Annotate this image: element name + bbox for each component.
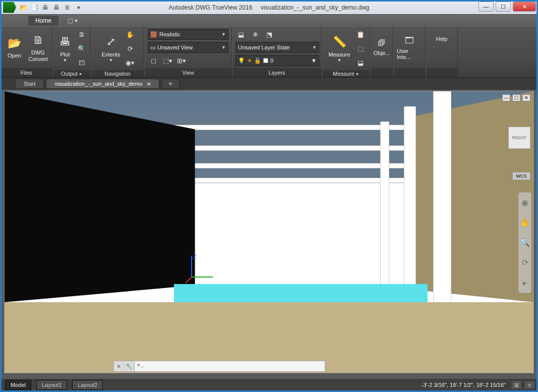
qat-dropdown-icon[interactable]: ▾ [75,4,83,12]
orbit-button[interactable]: ⟳ [125,43,136,54]
list-button[interactable]: 📋 [355,29,366,40]
panel-measure-label[interactable]: Measure▸ [322,70,370,77]
nav-orbit-icon[interactable]: ⟳ [522,258,528,267]
vp-minimize-button[interactable]: — [502,94,510,101]
nav-showmotion-icon[interactable]: ▸ [523,278,527,288]
plot-label: Plot [61,51,70,58]
panel-user-interface[interactable]: 🗔 User Inte... [393,27,426,77]
extents-button[interactable]: ⤢ Extents ▼ [99,31,123,66]
plot-button[interactable]: 🖶 Plot ▼ [56,31,74,66]
chevron-down-icon: ▼ [337,58,341,63]
layer-isolate-button[interactable]: ⬔ [264,29,275,40]
tab-layout2[interactable]: Layout2 [72,380,103,390]
visual-style-value: Realistic [159,31,181,37]
plot-preview-button[interactable]: 🔍 [76,43,87,54]
status-customize-button[interactable]: ≡ [524,380,535,389]
nav-pan-icon[interactable]: ✋ [520,218,530,228]
folder-open-icon: 📂 [7,35,23,51]
chevron-down-icon: ▼ [221,32,226,37]
tab-layout1[interactable]: Layout1 [36,380,67,390]
vp-close-button[interactable]: ✕ [522,94,530,101]
steering-wheel-button[interactable]: ◉▾ [125,57,136,68]
window-controls: — ☐ ✕ [476,2,536,12]
saved-view-value: Unsaved View [157,44,193,50]
measure-button[interactable]: 📏 Measure ▼ [326,31,353,66]
app-logo[interactable] [3,2,16,13]
tab-home[interactable]: Home [28,16,58,26]
maximize-button[interactable]: ☐ [496,2,511,12]
view-config-button[interactable]: ⊞▾ [176,55,187,66]
ucs-gizmo: Z [185,254,215,284]
panel-properties[interactable]: 🗊 Obje... [370,27,393,77]
panel-properties-expand [371,68,393,77]
navigation-bar[interactable]: ◉ ✋ 🔍 ⟳ ▸ [518,192,531,293]
layer-freeze-button[interactable]: ❄ [250,29,261,40]
saved-view-dropdown[interactable]: ▭Unsaved View ▼ [148,42,228,53]
panel-measure: 📏 Measure ▼ 📋 ⬚ ⬓ Measure▸ [322,27,370,77]
printer-icon: 🖶 [57,34,73,50]
batch-plot-button[interactable]: 🗎 [76,29,87,40]
close-tab-icon[interactable]: ✕ [147,81,151,87]
nav-wheel-icon[interactable]: ◉ [521,198,528,207]
filetab-document[interactable]: visualization_-_sun_and_sky_demo ✕ [46,79,159,89]
extents-icon: ⤢ [103,34,119,50]
layer-off-button[interactable]: ⬓ [235,29,247,40]
minimize-button[interactable]: — [479,2,494,12]
panel-help[interactable]: Help [426,27,458,77]
view-iso-button[interactable]: ⬚▾ [162,55,173,66]
qat-preview-icon[interactable]: 🖶 [52,4,61,12]
layer-state-dropdown[interactable]: Unsaved Layer State ▼ [235,42,319,53]
view-top-button[interactable]: ◻ [148,55,159,66]
qat-publish-icon[interactable]: 🗎 [64,4,72,12]
ribbon-extra-dropdown[interactable]: ▢ ▾ [63,16,83,25]
realistic-icon: 🟫 [150,31,157,38]
open-label: Open [8,52,21,59]
help-label: Help [436,36,448,42]
vp-maximize-button[interactable]: ☐ [512,94,520,101]
area-button[interactable]: ⬚ [355,43,366,54]
wcs-indicator[interactable]: WCS [512,172,530,180]
current-layer-value: 0 [270,58,273,64]
panel-output-label[interactable]: Output▸ [53,70,90,77]
qat-open-icon[interactable]: 📂 [19,4,27,12]
pan-button[interactable]: ✋ [125,29,136,40]
window-title: Autodesk DWG TrueView 2016 visualization… [168,4,369,11]
color-swatch [263,58,268,63]
filetab-start[interactable]: Start [15,79,44,89]
close-button[interactable]: ✕ [513,2,536,12]
cmd-options-button[interactable]: 🔧 [124,363,134,370]
filetab-add[interactable]: ＋ [161,79,180,89]
properties-icon: 🗊 [378,39,386,48]
dwg-convert-button[interactable]: 🗎 DWG Convert [27,30,49,65]
extents-label: Extents [102,51,121,58]
open-button[interactable]: 📂 Open [4,30,25,65]
mass-prop-button[interactable]: ⬓ [355,57,366,68]
cmd-close-button[interactable]: ✕ [114,363,124,370]
status-bar: Model Layout1 Layout2 -3'-2 3/16", 19'-7… [0,379,538,391]
ui-icon: 🗔 [405,35,414,46]
file-name: visualization_-_sun_and_sky_demo.dwg [261,4,369,11]
ui-label: User Inte... [397,48,422,60]
chevron-down-icon: ▼ [312,45,317,50]
tab-model[interactable]: Model [5,380,31,390]
3d-viewport[interactable]: Z — ☐ ✕ RIGHT WCS ◉ ✋ 🔍 ⟳ ▸ ✕ 🔧 ▸_ [5,91,533,373]
chevron-down-icon: ▼ [221,45,226,50]
properties-label: Obje... [374,50,390,56]
panel-ui-expand [394,68,425,77]
status-grid-button[interactable]: ⊞ [511,380,522,389]
qat-plot-icon[interactable]: 🖶 [41,4,49,12]
dwg-convert-label: DWG Convert [28,49,48,63]
ribbon-tab-strip: Home ▢ ▾ [0,14,538,26]
chevron-down-icon: ▼ [63,58,67,63]
current-layer-dropdown[interactable]: 💡 ☀ 🔓 0 ▼ [235,55,319,66]
command-input[interactable]: ▸_ [134,361,325,371]
qat-sheets-icon[interactable]: 📑 [30,4,38,12]
nav-zoom-icon[interactable]: 🔍 [520,238,530,247]
export-button[interactable]: ⮹ [76,57,87,68]
chevron-down-icon: ▼ [109,58,113,63]
panel-view: 🟫Realistic ▼ ▭Unsaved View ▼ ◻ ⬚▾ ⊞▾ Vie… [144,27,232,77]
app-name: Autodesk DWG TrueView 2016 [168,4,252,11]
viewcube[interactable]: RIGHT [508,127,530,149]
visual-style-dropdown[interactable]: 🟫Realistic ▼ [148,29,228,40]
panel-output: 🖶 Plot ▼ 🗎 🔍 ⮹ Output▸ [52,27,91,77]
